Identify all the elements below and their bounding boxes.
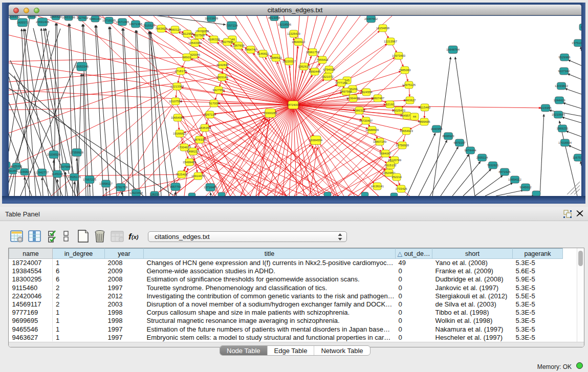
svg-text:19218506: 19218506 xyxy=(278,23,292,26)
svg-text:(x): (x) xyxy=(132,234,139,240)
svg-text:18640910: 18640910 xyxy=(292,40,306,43)
svg-text:6899695: 6899695 xyxy=(419,120,431,123)
svg-text:23300285: 23300285 xyxy=(264,112,277,115)
svg-text:8990448: 8990448 xyxy=(309,70,321,73)
svg-text:1362615: 1362615 xyxy=(298,65,311,68)
svg-text:9146821: 9146821 xyxy=(257,52,269,55)
svg-text:1640954: 1640954 xyxy=(431,127,443,130)
svg-text:10671365: 10671365 xyxy=(129,23,143,26)
svg-text:9463627: 9463627 xyxy=(404,99,416,102)
svg-text:19166822: 19166822 xyxy=(173,132,186,135)
svg-text:1435001: 1435001 xyxy=(11,165,23,168)
svg-text:1244419: 1244419 xyxy=(554,99,565,102)
svg-text:10654923: 10654923 xyxy=(400,129,413,133)
svg-text:1065528: 1065528 xyxy=(50,16,62,18)
svg-text:15716485: 15716485 xyxy=(204,186,217,189)
svg-text:8454749: 8454749 xyxy=(245,48,257,51)
svg-text:10958117: 10958117 xyxy=(99,182,113,185)
svg-text:7386322: 7386322 xyxy=(354,109,365,112)
svg-text:1569231: 1569231 xyxy=(557,127,569,130)
svg-text:20053346: 20053346 xyxy=(75,65,89,68)
svg-text:17957225: 17957225 xyxy=(83,178,97,181)
svg-text:12505135: 12505135 xyxy=(68,176,81,179)
svg-text:10654112: 10654112 xyxy=(508,178,521,181)
svg-text:16648784: 16648784 xyxy=(446,48,460,51)
svg-text:1405572: 1405572 xyxy=(9,16,19,18)
svg-text:8938923: 8938923 xyxy=(443,135,455,138)
svg-text:1621072: 1621072 xyxy=(322,75,334,78)
svg-text:12923468: 12923468 xyxy=(129,191,143,194)
svg-text:16782759: 16782759 xyxy=(114,186,127,189)
svg-text:98901: 98901 xyxy=(183,56,191,59)
svg-text:9084067: 9084067 xyxy=(380,152,391,155)
svg-text:1527602: 1527602 xyxy=(77,16,89,19)
svg-text:62160: 62160 xyxy=(386,103,395,106)
svg-text:10688609: 10688609 xyxy=(365,128,379,132)
svg-text:1588520: 1588520 xyxy=(270,56,282,59)
svg-text:3878332: 3878332 xyxy=(194,138,206,141)
svg-text:7515524: 7515524 xyxy=(143,24,156,27)
svg-text:9474444: 9474444 xyxy=(465,149,477,152)
svg-text:3624554: 3624554 xyxy=(361,91,373,94)
svg-text:44: 44 xyxy=(413,115,417,118)
svg-text:16033809: 16033809 xyxy=(205,17,218,20)
svg-text:15751074: 15751074 xyxy=(572,41,581,45)
svg-text:2718170: 2718170 xyxy=(175,70,187,73)
svg-text:15720407: 15720407 xyxy=(359,119,373,122)
svg-text:3215955: 3215955 xyxy=(540,106,552,110)
svg-text:16154838: 16154838 xyxy=(376,27,390,30)
svg-text:7485063: 7485063 xyxy=(399,69,411,72)
svg-text:106552: 106552 xyxy=(27,16,37,18)
svg-text:17359928: 17359928 xyxy=(70,151,84,154)
svg-text:8660124: 8660124 xyxy=(169,28,182,31)
svg-text:18807249: 18807249 xyxy=(373,140,386,143)
svg-text:18220317: 18220317 xyxy=(282,60,296,63)
svg-text:9245612: 9245612 xyxy=(520,186,532,189)
svg-text:117: 117 xyxy=(580,26,581,29)
svg-text:7663822: 7663822 xyxy=(156,27,167,30)
svg-text:11156829: 11156829 xyxy=(18,170,31,173)
svg-text:2803144: 2803144 xyxy=(216,76,229,79)
svg-text:3912954: 3912954 xyxy=(182,32,194,35)
svg-text:9657791: 9657791 xyxy=(170,185,182,188)
svg-text:10025433: 10025433 xyxy=(392,109,406,112)
svg-text:9529966: 9529966 xyxy=(559,56,571,59)
svg-text:8813054: 8813054 xyxy=(269,16,281,19)
svg-text:12213363: 12213363 xyxy=(170,85,184,88)
svg-text:16120749: 16120749 xyxy=(388,159,401,162)
svg-text:20206526: 20206526 xyxy=(47,153,61,156)
svg-text:12213967: 12213967 xyxy=(384,40,397,43)
svg-text:10671365: 10671365 xyxy=(116,20,129,24)
svg-text:9227342: 9227342 xyxy=(558,70,570,73)
svg-text:1733426: 1733426 xyxy=(396,187,408,190)
svg-text:10543362: 10543362 xyxy=(188,41,202,45)
svg-text:9115460: 9115460 xyxy=(419,106,431,109)
svg-text:16961758: 16961758 xyxy=(306,51,320,54)
svg-text:6794028: 6794028 xyxy=(323,68,336,71)
svg-text:20691406: 20691406 xyxy=(36,20,50,24)
svg-text:19756928: 19756928 xyxy=(396,144,409,147)
svg-text:12033822: 12033822 xyxy=(555,84,568,87)
svg-text:14136141: 14136141 xyxy=(371,185,384,188)
svg-text:6466160: 6466160 xyxy=(90,17,102,20)
svg-text:21364436: 21364436 xyxy=(346,97,360,100)
svg-text:9242848: 9242848 xyxy=(217,63,229,67)
svg-text:18724007: 18724007 xyxy=(287,103,300,106)
svg-text:6497568: 6497568 xyxy=(340,90,353,93)
svg-text:10975887: 10975887 xyxy=(59,165,72,168)
svg-text:991459: 991459 xyxy=(9,169,18,172)
svg-text:7625402: 7625402 xyxy=(176,173,188,176)
svg-text:7357224: 7357224 xyxy=(226,24,238,27)
svg-text:20087662: 20087662 xyxy=(364,17,378,20)
svg-text:8471626: 8471626 xyxy=(499,170,511,173)
svg-text:12975125: 12975125 xyxy=(402,83,416,86)
svg-text:7955812: 7955812 xyxy=(317,58,329,61)
svg-text:1405572: 1405572 xyxy=(17,21,29,24)
svg-text:1535359: 1535359 xyxy=(199,126,211,129)
svg-text:6879197: 6879197 xyxy=(454,141,466,144)
svg-text:1615132: 1615132 xyxy=(385,164,397,167)
svg-text:10654983: 10654983 xyxy=(171,116,185,119)
svg-text:5498222: 5498222 xyxy=(187,150,199,153)
svg-text:8186328: 8186328 xyxy=(208,38,221,41)
svg-text:15499489: 15499489 xyxy=(183,161,196,164)
